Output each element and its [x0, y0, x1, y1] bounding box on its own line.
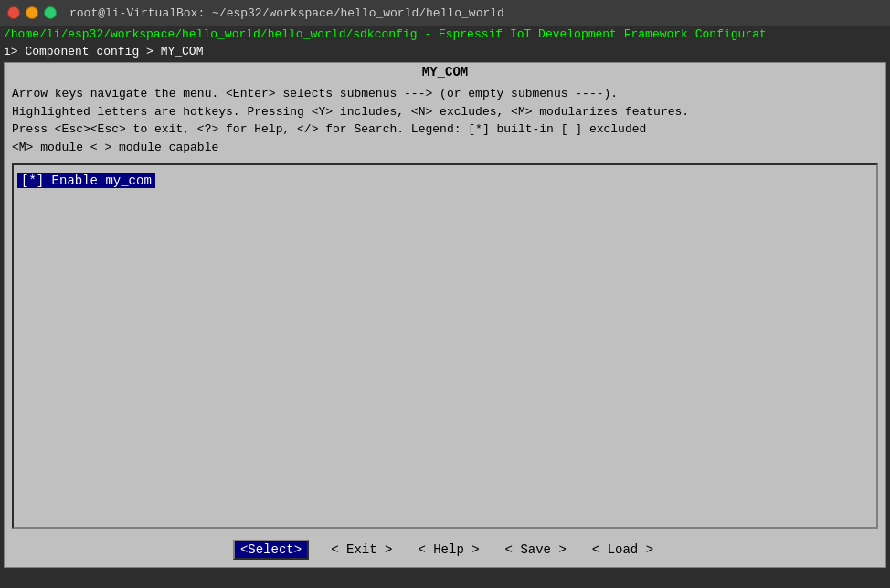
close-button[interactable]	[7, 6, 20, 19]
info-line3: Press <Esc><Esc> to exit, <?> for Help, …	[12, 121, 878, 139]
window: root@li-VirtualBox: ~/esp32/workspace/he…	[0, 0, 890, 588]
exit-button[interactable]: < Exit >	[327, 541, 396, 559]
menuconfig-buttons: <Select> < Exit > < Help > < Save > < Lo…	[5, 532, 885, 567]
menuconfig-window: MY_COM Arrow keys navigate the menu. <En…	[4, 62, 886, 568]
breadcrumb: i> Component config > MY_COM	[0, 43, 890, 60]
menuconfig-title: MY_COM	[5, 63, 885, 81]
bottom-bar	[0, 570, 890, 588]
menu-item-enable-my-com[interactable]: [*] Enable my_com	[17, 173, 155, 188]
path-line: /home/li/esp32/workspace/hello_world/hel…	[0, 26, 890, 43]
menuconfig-info: Arrow keys navigate the menu. <Enter> se…	[5, 81, 885, 160]
menuconfig-content: [*] Enable my_com	[12, 163, 878, 529]
window-title: root@li-VirtualBox: ~/esp32/workspace/he…	[69, 6, 504, 20]
info-line2: Highlighted letters are hotkeys. Pressin…	[12, 103, 878, 121]
minimize-button[interactable]	[26, 6, 38, 19]
save-button[interactable]: < Save >	[502, 541, 570, 559]
select-button[interactable]: <Select>	[233, 540, 309, 560]
help-button[interactable]: < Help >	[414, 541, 482, 559]
maximize-button[interactable]	[44, 6, 57, 19]
info-line1: Arrow keys navigate the menu. <Enter> se…	[12, 85, 878, 103]
titlebar: root@li-VirtualBox: ~/esp32/workspace/he…	[0, 0, 890, 26]
info-line4: <M> module < > module capable	[12, 139, 878, 157]
load-button[interactable]: < Load >	[588, 541, 657, 559]
terminal: /home/li/esp32/workspace/hello_world/hel…	[0, 26, 890, 588]
